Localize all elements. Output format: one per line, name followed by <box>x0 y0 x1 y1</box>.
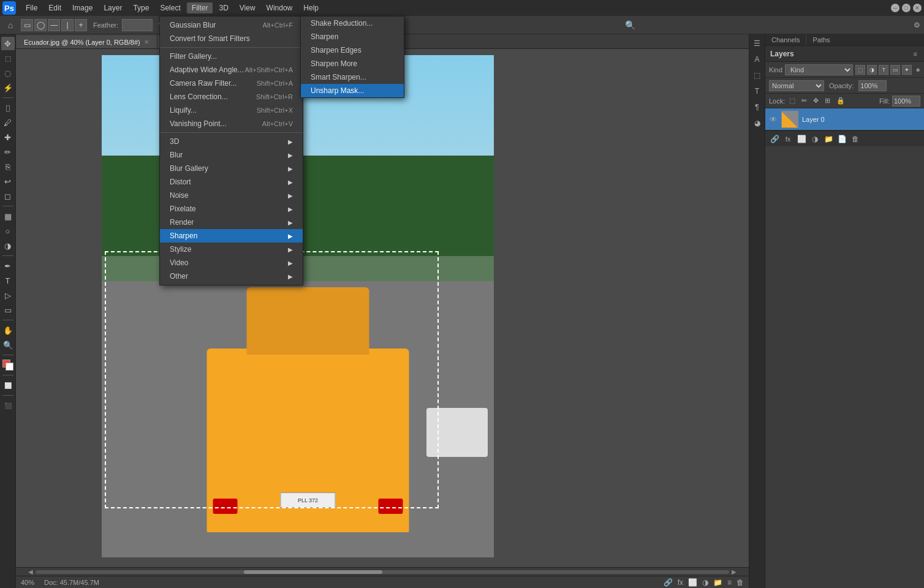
menu-sharpen[interactable]: Sharpen ▶ <box>160 229 303 243</box>
hand-tool[interactable]: ✋ <box>1 323 15 337</box>
menu-filter-gallery[interactable]: Filter Gallery... <box>160 50 303 63</box>
search-icon[interactable]: 🔍 <box>625 20 635 30</box>
eraser-tool[interactable]: ◻ <box>1 189 15 203</box>
color-swatch[interactable] <box>2 360 13 371</box>
folder-bottom[interactable]: 📁 <box>823 134 834 145</box>
lock-image-icon[interactable]: ✏ <box>800 96 809 105</box>
tab-ecuador[interactable]: Ecuador.jpg @ 40% (Layer 0, RGB/8#) ✕ <box>16 35 157 48</box>
lock-transparent-icon[interactable]: ⬚ <box>787 96 797 105</box>
new-layer-bottom[interactable]: 📄 <box>836 134 847 145</box>
screen-mode[interactable]: ⬛ <box>1 399 15 412</box>
menu-video[interactable]: Video ▶ <box>160 256 303 270</box>
background-color[interactable] <box>6 363 13 371</box>
menu-pixelate[interactable]: Pixelate ▶ <box>160 202 303 216</box>
canvas-container[interactable]: PLL 372 <box>16 49 749 567</box>
filter-toggle[interactable]: ● <box>915 65 920 74</box>
close-button[interactable]: ✕ <box>913 4 922 12</box>
trash-bottom[interactable]: 🗑 <box>850 134 861 145</box>
menu-layer[interactable]: Layer <box>99 2 127 13</box>
sharpen-smart[interactable]: Smart Sharpen... <box>301 70 404 84</box>
arrange-icon[interactable]: ≡ <box>727 578 732 587</box>
h-scroll-track[interactable] <box>36 570 729 574</box>
scroll-right-arrow[interactable]: ▶ <box>732 568 737 575</box>
menu-filter[interactable]: Filter <box>187 2 213 13</box>
paragraph-icon-side[interactable]: ¶ <box>751 100 764 114</box>
quick-mask-mode[interactable]: ⬜ <box>1 379 15 392</box>
shape-tool[interactable]: ▭ <box>1 303 15 317</box>
menu-help[interactable]: Help <box>298 2 324 13</box>
menu-stylize[interactable]: Stylize ▶ <box>160 243 303 256</box>
settings-icon[interactable]: ⚙ <box>914 21 920 29</box>
sharpen-unsharp-mask[interactable]: Unsharp Mask... <box>301 84 404 97</box>
magic-wand-tool[interactable]: ⚡ <box>1 81 15 94</box>
paths-tab-top[interactable]: Paths <box>806 34 836 45</box>
type-tool[interactable]: T <box>1 274 15 287</box>
lock-artboard-icon[interactable]: ⊞ <box>823 96 832 105</box>
adjustment-icon[interactable]: ◑ <box>702 578 708 587</box>
link-layers-icon[interactable]: 🔗 <box>664 578 673 587</box>
pen-tool[interactable]: ✒ <box>1 259 15 273</box>
shape-filter-icon[interactable]: ▭ <box>890 65 900 75</box>
h-scroll-thumb[interactable] <box>244 570 382 574</box>
layer-row-0[interactable]: 👁 Layer 0 <box>765 108 924 130</box>
clone-stamp-tool[interactable]: ⎘ <box>1 160 15 173</box>
panel-menu-icon[interactable]: ≡ <box>912 50 919 58</box>
adj-layer-bottom[interactable]: ◑ <box>809 134 820 145</box>
link-layers-bottom[interactable]: 🔗 <box>769 134 780 145</box>
move-tool[interactable]: ✥ <box>1 37 15 50</box>
ellipse-select-tool[interactable]: ◯ <box>34 19 47 31</box>
filter-type-select[interactable]: Kind <box>785 64 853 75</box>
menu-edit[interactable]: Edit <box>44 2 66 13</box>
minimize-button[interactable]: ─ <box>891 4 899 12</box>
path-select-tool[interactable]: ▷ <box>1 288 15 302</box>
adj-filter-icon[interactable]: ◑ <box>867 65 877 75</box>
menu-3d[interactable]: 3D ▶ <box>160 135 303 148</box>
menu-vanishing-point[interactable]: Vanishing Point... Alt+Ctrl+V <box>160 117 303 130</box>
menu-other[interactable]: Other ▶ <box>160 270 303 283</box>
gradient-tool[interactable]: ▦ <box>1 209 15 223</box>
mask-icon[interactable]: ⬜ <box>688 578 697 587</box>
eyedropper-tool[interactable]: 🖊 <box>1 116 15 129</box>
layers-icon-side[interactable]: ⬚ <box>751 69 764 82</box>
sharpen-sharpen[interactable]: Sharpen <box>301 30 404 43</box>
fx-bottom[interactable]: fx <box>782 134 793 145</box>
menu-view[interactable]: View <box>235 2 260 13</box>
lock-position-icon[interactable]: ✥ <box>811 96 820 105</box>
menu-select[interactable]: Select <box>155 2 185 13</box>
lock-all-icon[interactable]: 🔒 <box>835 96 847 105</box>
menu-adaptive-wide-angle[interactable]: Adaptive Wide Angle... Alt+Shift+Ctrl+A <box>160 63 303 77</box>
adjust-panel-icon[interactable]: A <box>751 53 764 66</box>
single-col-tool[interactable]: | <box>61 19 74 31</box>
selection-tool[interactable]: ⬚ <box>1 51 15 65</box>
sharpen-more[interactable]: Sharpen More <box>301 57 404 70</box>
menu-type[interactable]: Type <box>128 2 154 13</box>
type-icon-side[interactable]: T <box>751 85 764 98</box>
menu-blur[interactable]: Blur ▶ <box>160 148 303 162</box>
opacity-input[interactable] <box>858 80 887 91</box>
fill-input[interactable] <box>892 96 920 107</box>
lasso-tool[interactable]: ◌ <box>1 66 15 80</box>
menu-distort[interactable]: Distort ▶ <box>160 175 303 189</box>
scroll-left-arrow[interactable]: ◀ <box>28 568 33 575</box>
h-scrollbar[interactable]: ◀ ▶ <box>16 567 749 576</box>
properties-icon[interactable]: ☰ <box>751 37 764 50</box>
tab-close-ecuador[interactable]: ✕ <box>144 39 149 45</box>
menu-camera-raw[interactable]: Camera Raw Filter... Shift+Ctrl+A <box>160 77 303 90</box>
channels-tab-top[interactable]: Channels <box>765 34 806 45</box>
smart-filter-icon[interactable]: ✦ <box>902 65 912 75</box>
rect-select-tool[interactable]: ▭ <box>21 19 33 31</box>
menu-file[interactable]: File <box>21 2 42 13</box>
menu-window[interactable]: Window <box>262 2 298 13</box>
brush-tool[interactable]: ✏ <box>1 145 15 159</box>
pixel-filter-icon[interactable]: ⬚ <box>855 65 865 75</box>
home-icon[interactable]: ⌂ <box>4 18 17 32</box>
menu-render[interactable]: Render ▶ <box>160 216 303 229</box>
menu-noise[interactable]: Noise ▶ <box>160 189 303 202</box>
single-row-tool[interactable]: — <box>48 19 60 31</box>
menu-smart-filters[interactable]: Convert for Smart Filters <box>160 32 303 45</box>
add-to-selection[interactable]: + <box>75 19 87 31</box>
circle-icon-side[interactable]: ◕ <box>751 116 764 130</box>
trash-icon[interactable]: 🗑 <box>737 578 744 587</box>
sharpen-edges[interactable]: Sharpen Edges <box>301 43 404 57</box>
layer-visibility-eye[interactable]: 👁 <box>769 115 778 124</box>
